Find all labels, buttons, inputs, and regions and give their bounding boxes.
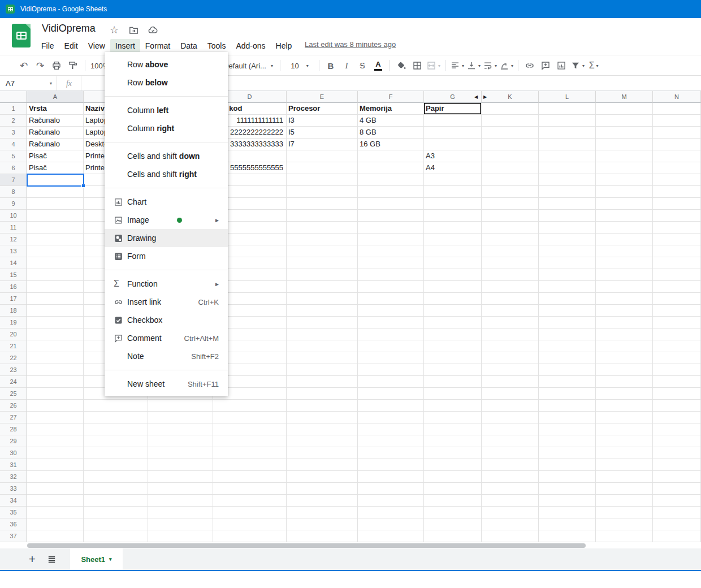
cell-L31[interactable] [539, 459, 596, 471]
cell-B35[interactable] [84, 507, 148, 518]
cell-K6[interactable] [482, 162, 539, 174]
fill-color-icon[interactable] [395, 58, 408, 73]
cell-M15[interactable] [596, 269, 653, 281]
row-header-37[interactable]: 37 [0, 530, 27, 542]
cell-F20[interactable] [358, 328, 424, 340]
cell-L26[interactable] [539, 400, 596, 412]
row-header-3[interactable]: 3 [0, 127, 27, 139]
cell-M26[interactable] [596, 400, 653, 412]
cell-L21[interactable] [539, 340, 596, 352]
print-icon[interactable] [50, 58, 63, 73]
cell-F34[interactable] [358, 495, 424, 507]
cell-E28[interactable] [287, 423, 358, 435]
cell-C33[interactable] [148, 483, 213, 495]
row-header-11[interactable]: 11 [0, 222, 27, 234]
font-select[interactable]: Default (Ari...▾ [221, 62, 275, 70]
insert-menu-item-row-below[interactable]: Row below [105, 74, 228, 92]
cell-L13[interactable] [539, 245, 596, 257]
cell-E11[interactable] [287, 222, 358, 234]
cell-D34[interactable] [213, 495, 287, 507]
cell-A30[interactable] [27, 447, 84, 459]
cell-K36[interactable] [482, 518, 539, 530]
paint-format-icon[interactable] [66, 58, 80, 73]
cell-M11[interactable] [596, 222, 653, 234]
cell-K5[interactable] [482, 150, 539, 162]
cell-M2[interactable] [596, 115, 653, 127]
cell-M32[interactable] [596, 471, 653, 483]
cell-K7[interactable] [482, 174, 539, 186]
row-header-2[interactable]: 2 [0, 115, 27, 127]
cell-G7[interactable] [424, 174, 482, 186]
cell-A17[interactable] [27, 293, 84, 305]
cell-K35[interactable] [482, 507, 539, 518]
cell-A34[interactable] [27, 495, 84, 507]
cell-F36[interactable] [358, 518, 424, 530]
cell-F15[interactable] [358, 269, 424, 281]
cell-M31[interactable] [596, 459, 653, 471]
cell-K11[interactable] [482, 222, 539, 234]
column-header-M[interactable]: M [596, 91, 653, 103]
cell-A15[interactable] [27, 269, 84, 281]
cell-A32[interactable] [27, 471, 84, 483]
cell-N15[interactable] [653, 269, 701, 281]
row-header-36[interactable]: 36 [0, 518, 27, 530]
cell-K25[interactable] [482, 388, 539, 400]
cell-K20[interactable] [482, 328, 539, 340]
fill-handle[interactable] [81, 184, 85, 188]
cell-G19[interactable] [424, 317, 482, 328]
cell-G18[interactable] [424, 305, 482, 317]
cell-L5[interactable] [539, 150, 596, 162]
cell-A29[interactable] [27, 435, 84, 447]
menu-help[interactable]: Help [271, 39, 297, 53]
cell-B29[interactable] [84, 435, 148, 447]
cell-L10[interactable] [539, 210, 596, 222]
cell-M17[interactable] [596, 293, 653, 305]
cell-M34[interactable] [596, 495, 653, 507]
cell-G21[interactable] [424, 340, 482, 352]
row-header-25[interactable]: 25 [0, 388, 27, 400]
cell-L29[interactable] [539, 435, 596, 447]
cell-M29[interactable] [596, 435, 653, 447]
cell-E18[interactable] [287, 305, 358, 317]
cell-L34[interactable] [539, 495, 596, 507]
cell-E25[interactable] [287, 388, 358, 400]
cell-E15[interactable] [287, 269, 358, 281]
row-header-5[interactable]: 5 [0, 150, 27, 162]
cell-M21[interactable] [596, 340, 653, 352]
cell-A22[interactable] [27, 352, 84, 364]
menu-edit[interactable]: Edit [59, 39, 83, 53]
cell-E31[interactable] [287, 459, 358, 471]
menu-view[interactable]: View [83, 39, 110, 53]
cell-M18[interactable] [596, 305, 653, 317]
cell-G5[interactable]: A3 [424, 150, 482, 162]
cell-E20[interactable] [287, 328, 358, 340]
cell-B30[interactable] [84, 447, 148, 459]
cell-F12[interactable] [358, 234, 424, 245]
cell-F21[interactable] [358, 340, 424, 352]
cell-F1[interactable]: Memorija [358, 103, 424, 115]
row-header-12[interactable]: 12 [0, 234, 27, 245]
cell-L20[interactable] [539, 328, 596, 340]
row-header-17[interactable]: 17 [0, 293, 27, 305]
cell-G17[interactable] [424, 293, 482, 305]
cell-N3[interactable] [653, 127, 701, 139]
cell-F6[interactable] [358, 162, 424, 174]
cell-F4[interactable]: 16 GB [358, 139, 424, 150]
text-rotation-icon[interactable]: ▾ [499, 58, 513, 73]
column-header-A[interactable]: A [27, 91, 84, 103]
cell-E8[interactable] [287, 186, 358, 198]
cell-N17[interactable] [653, 293, 701, 305]
cell-A35[interactable] [27, 507, 84, 518]
cell-K21[interactable] [482, 340, 539, 352]
cell-N8[interactable] [653, 186, 701, 198]
cell-L14[interactable] [539, 257, 596, 269]
cell-G3[interactable] [424, 127, 482, 139]
cell-K9[interactable] [482, 198, 539, 210]
cell-E9[interactable] [287, 198, 358, 210]
cell-K12[interactable] [482, 234, 539, 245]
cell-D37[interactable] [213, 530, 287, 542]
cell-E35[interactable] [287, 507, 358, 518]
cell-G29[interactable] [424, 435, 482, 447]
cell-L12[interactable] [539, 234, 596, 245]
cell-A18[interactable] [27, 305, 84, 317]
